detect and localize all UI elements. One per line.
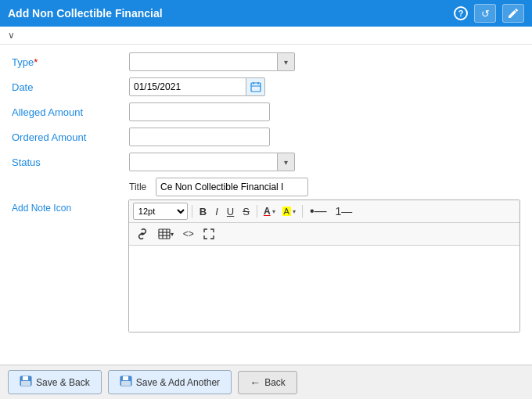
type-dropdown-arrow[interactable]: ▾ bbox=[278, 52, 295, 71]
alleged-amount-row: Alleged Amount bbox=[12, 102, 520, 121]
toolbar-separator-1 bbox=[192, 205, 192, 217]
alleged-amount-input[interactable] bbox=[129, 102, 270, 121]
svg-rect-0 bbox=[251, 83, 261, 92]
help-icon[interactable]: ? bbox=[454, 6, 468, 20]
chevron-icon[interactable]: ∨ bbox=[8, 30, 15, 41]
alleged-amount-label: Alleged Amount bbox=[12, 106, 129, 118]
toolbar-separator-3 bbox=[302, 205, 303, 217]
footer: Save & Back Save & Add Another ← Back bbox=[0, 365, 532, 399]
save-add-button[interactable]: Save & Add Another bbox=[108, 370, 232, 394]
number-list-button[interactable]: 1— bbox=[332, 203, 356, 220]
type-input[interactable] bbox=[129, 52, 278, 71]
edit-icon[interactable] bbox=[502, 4, 524, 23]
table-button[interactable]: ▾ bbox=[155, 225, 177, 243]
add-note-label: Add Note Icon bbox=[12, 200, 128, 214]
svg-rect-10 bbox=[23, 376, 28, 380]
code-button[interactable]: <> bbox=[180, 225, 197, 243]
title-label: Title bbox=[129, 182, 153, 192]
svg-rect-14 bbox=[121, 381, 131, 386]
bold-button[interactable]: B bbox=[196, 203, 210, 220]
title-row: Title bbox=[129, 178, 520, 196]
back-icon: ← bbox=[250, 376, 261, 389]
header: Add Non Collectible Financial ? ↺ bbox=[0, 0, 532, 27]
type-row: Type ▾ bbox=[12, 52, 520, 71]
date-row: Date bbox=[12, 77, 520, 96]
svg-rect-13 bbox=[123, 376, 128, 380]
type-label: Type bbox=[12, 56, 129, 68]
save-add-icon bbox=[120, 376, 132, 389]
italic-button[interactable]: I bbox=[212, 203, 221, 220]
editor-toolbar-top: 12pt8pt10pt14pt18pt B I U S A ▾ A ▾ •— 1 bbox=[129, 200, 519, 223]
page-title: Add Non Collectible Financial bbox=[8, 7, 448, 20]
title-input[interactable] bbox=[156, 178, 308, 196]
status-input[interactable] bbox=[129, 153, 278, 171]
status-row: Status ▾ bbox=[12, 153, 520, 171]
rich-text-editor: 12pt8pt10pt14pt18pt B I U S A ▾ A ▾ •— 1 bbox=[128, 200, 520, 332]
font-color-button[interactable]: A ▾ bbox=[261, 203, 278, 220]
svg-rect-11 bbox=[21, 381, 31, 386]
save-back-button[interactable]: Save & Back bbox=[8, 370, 102, 394]
table-chevron: ▾ bbox=[171, 231, 174, 238]
type-wrapper: ▾ bbox=[129, 52, 295, 71]
highlight-icon: A bbox=[282, 207, 291, 216]
back-label: Back bbox=[264, 377, 286, 388]
chevron-row[interactable]: ∨ bbox=[0, 27, 532, 45]
ordered-amount-row: Ordered Amount bbox=[12, 128, 520, 146]
font-color-chevron: ▾ bbox=[272, 208, 275, 215]
status-wrapper: ▾ bbox=[129, 153, 295, 171]
date-input[interactable] bbox=[129, 77, 246, 96]
underline-button[interactable]: U bbox=[224, 203, 237, 220]
back-button[interactable]: ← Back bbox=[238, 371, 297, 394]
highlight-button[interactable]: A ▾ bbox=[280, 203, 298, 220]
date-wrapper bbox=[129, 77, 265, 96]
svg-rect-4 bbox=[159, 229, 170, 239]
save-back-icon bbox=[20, 376, 32, 389]
ordered-amount-input[interactable] bbox=[129, 128, 270, 146]
bullet-list-button[interactable]: •— bbox=[307, 203, 330, 220]
status-dropdown-arrow[interactable]: ▾ bbox=[278, 153, 295, 171]
highlight-chevron: ▾ bbox=[293, 208, 296, 215]
fullscreen-button[interactable] bbox=[200, 225, 217, 243]
editor-body[interactable] bbox=[129, 246, 519, 332]
font-color-icon: A bbox=[264, 206, 271, 217]
note-section: Add Note Icon 12pt8pt10pt14pt18pt B I U … bbox=[12, 200, 520, 332]
form-area: Type ▾ Date Alleged Amount Ordered Am bbox=[0, 45, 532, 340]
date-label: Date bbox=[12, 81, 129, 93]
save-add-label: Save & Add Another bbox=[136, 377, 220, 388]
calendar-icon[interactable] bbox=[246, 77, 265, 96]
editor-toolbar-bottom: ▾ <> bbox=[129, 223, 519, 246]
status-label: Status bbox=[12, 156, 129, 168]
ordered-amount-label: Ordered Amount bbox=[12, 131, 129, 143]
font-size-select[interactable]: 12pt8pt10pt14pt18pt bbox=[133, 203, 188, 220]
strikethrough-button[interactable]: S bbox=[239, 203, 253, 220]
save-back-label: Save & Back bbox=[36, 377, 90, 388]
toolbar-separator-2 bbox=[257, 205, 257, 217]
refresh-icon[interactable]: ↺ bbox=[474, 4, 496, 23]
link-button[interactable] bbox=[133, 225, 152, 243]
